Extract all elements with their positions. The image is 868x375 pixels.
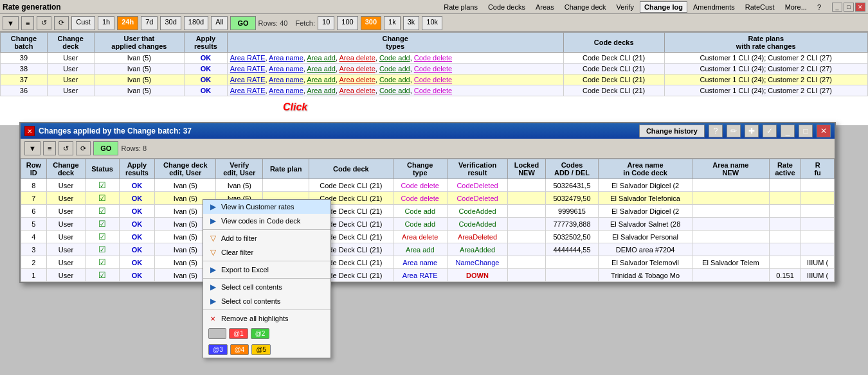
arrow-icon: ▶ xyxy=(208,216,217,225)
time-30d[interactable]: 30d xyxy=(160,16,181,30)
table-row[interactable]: 36 User Ivan (5) OK Area RATE, Area name… xyxy=(1,85,868,96)
cell-verif-result: AreaDeleted xyxy=(447,231,508,243)
ctx-remove-highlights[interactable]: ✕ Remove all highlights xyxy=(203,311,330,326)
cell-area-new xyxy=(692,231,769,243)
fetch-10k[interactable]: 10k xyxy=(422,16,442,30)
nav-more[interactable]: More... xyxy=(781,1,811,13)
cell-rate-plans: Customer 1 CLI (24); Customer 2 CLI (27) xyxy=(664,53,867,64)
time-all[interactable]: All xyxy=(211,16,228,30)
inner-table-row[interactable]: 5 User ☑ OK Ivan (5) Ivan (5) Code Deck … xyxy=(21,218,835,231)
ctx-clear-filter-label: Clear filter xyxy=(221,249,253,256)
cell-area-new xyxy=(692,179,769,192)
inner-table-row[interactable]: 4 User ☑ OK Ivan (5) Ivan (5) Code Deck … xyxy=(21,231,835,243)
cell-user: Ivan (5) xyxy=(94,64,185,74)
ctx-select-cell[interactable]: ▶ Select cell contents xyxy=(203,280,330,294)
ctx-divider-2 xyxy=(203,261,330,261)
table-row-37[interactable]: 37 User Ivan (5) OK Area RATE, Area name… xyxy=(1,74,868,85)
nav-help[interactable]: ? xyxy=(813,1,826,13)
cell-user: Ivan (5) xyxy=(155,179,216,192)
time-7d[interactable]: 7d xyxy=(141,16,158,30)
inner-refresh-button[interactable]: ↺ xyxy=(59,141,73,155)
nav-areas[interactable]: Areas xyxy=(531,1,559,13)
overlay-add-button[interactable]: ✚ xyxy=(745,125,759,137)
close-button[interactable]: ✕ xyxy=(855,3,865,12)
cell-code-decks: Code Deck CLI (21) xyxy=(563,74,664,85)
color-btn-1[interactable]: @1 xyxy=(229,328,248,339)
fetch-300[interactable]: 300 xyxy=(361,16,381,30)
change-history-button[interactable]: Change history xyxy=(639,125,705,137)
nav-amendments[interactable]: Amendments xyxy=(689,1,739,13)
cell-status: ☑ xyxy=(86,218,119,231)
arrow-icon: ▶ xyxy=(208,265,217,274)
app-title: Rate generation xyxy=(3,3,61,12)
time-24h[interactable]: 24h xyxy=(117,16,138,30)
inner-select-button[interactable]: ≡ xyxy=(43,141,56,155)
inner-table-row[interactable]: 3 User ☑ OK Ivan (5) Ivan (5) Code Deck … xyxy=(21,243,835,256)
inner-table-row[interactable]: 1 User ☑ OK Ivan (5) Ivan (5) Code Deck … xyxy=(21,269,835,282)
cell-r-fu xyxy=(801,205,835,218)
ctx-add-filter-label: Add to filter xyxy=(221,234,257,242)
cell-area-new xyxy=(692,218,769,231)
nav-verify[interactable]: Verify xyxy=(612,1,639,13)
minimize-button[interactable]: _ xyxy=(832,3,842,12)
inner-table-row[interactable]: 8 User ☑ OK Ivan (5) Ivan (5) Code Deck … xyxy=(21,179,835,192)
overlay-maximize-button[interactable]: □ xyxy=(799,125,813,137)
nav-rate-plans[interactable]: Rate plans xyxy=(439,1,482,13)
overlay-edit-button[interactable]: ✏ xyxy=(727,125,741,137)
inner-table-row[interactable]: 2 User ☑ OK Ivan (5) Ivan (5) Code Deck … xyxy=(21,256,835,269)
ctx-add-filter[interactable]: ▽ Add to filter xyxy=(203,231,330,245)
fetch-3k[interactable]: 3k xyxy=(403,16,420,30)
time-180d[interactable]: 180d xyxy=(184,16,208,30)
overlay-help-button[interactable]: ? xyxy=(709,125,723,137)
overlay-check-button[interactable]: ✓ xyxy=(763,125,777,137)
fetch-100[interactable]: 100 xyxy=(337,16,357,30)
color-btn-2[interactable]: @2 xyxy=(251,328,270,339)
cell-rate-active xyxy=(769,205,800,218)
fetch-1k[interactable]: 1k xyxy=(384,16,401,30)
ctx-clear-filter[interactable]: ▽ Clear filter xyxy=(203,245,330,259)
main-toolbar: ▼ ≡ ↺ ⟳ Cust 1h 24h 7d 30d 180d All GO R… xyxy=(0,14,868,32)
ctx-remove-highlights-label: Remove all highlights xyxy=(221,315,289,322)
cell-area-name: El Salvador Personal xyxy=(599,231,692,243)
select-all-button[interactable]: ≡ xyxy=(21,16,34,30)
nav-code-decks[interactable]: Code decks xyxy=(484,1,530,13)
cell-rate-plan xyxy=(263,179,309,192)
cust-filter[interactable]: Cust xyxy=(71,16,95,30)
table-row[interactable]: 39 User Ivan (5) OK Area RATE, Area name… xyxy=(1,53,868,64)
overlay-close-button[interactable]: ✕ xyxy=(24,126,35,136)
overlay-close-x-button[interactable]: ✕ xyxy=(817,125,831,137)
overlay-title: Changes applied by the Change batch: 37 xyxy=(39,126,635,135)
ctx-view-codes[interactable]: ▶ View codes in Code deck xyxy=(203,214,330,228)
inner-col-apply: Applyresults xyxy=(119,159,154,179)
time-1h[interactable]: 1h xyxy=(98,16,114,30)
overlay-minimize-button[interactable]: _ xyxy=(781,125,795,137)
rows-count: Rows: 40 xyxy=(258,19,288,27)
nav-change-deck[interactable]: Change deck xyxy=(560,1,611,13)
cell-batch: 36 xyxy=(1,85,48,96)
maximize-button[interactable]: □ xyxy=(844,3,854,12)
inner-auto-refresh-button[interactable]: ⟳ xyxy=(76,141,91,155)
inner-table-row-7[interactable]: 7 User ☑ OK Ivan (5) Ivan (5) Code Deck … xyxy=(21,192,835,205)
cell-deck: User xyxy=(46,243,86,256)
fetch-10[interactable]: 10 xyxy=(318,16,334,30)
inner-go-button[interactable]: GO xyxy=(93,141,118,155)
color-btn-3[interactable]: @3 xyxy=(208,344,228,355)
ctx-view-customer-rates[interactable]: ▶ View in Customer rates xyxy=(203,200,330,214)
go-button[interactable]: GO xyxy=(230,16,255,30)
refresh-button[interactable]: ↺ xyxy=(37,16,51,30)
color-btn-5[interactable]: @5 xyxy=(251,344,271,355)
cell-area-new xyxy=(692,269,769,282)
ctx-select-col[interactable]: ▶ Select col contents xyxy=(203,294,330,308)
color-btn-gray[interactable] xyxy=(208,328,226,339)
table-row[interactable]: 38 User Ivan (5) OK Area RATE, Area name… xyxy=(1,64,868,74)
nav-ratecust[interactable]: RateCust xyxy=(741,1,779,13)
inner-table-row[interactable]: 6 User ☑ OK Ivan (5) Ivan (5) Code Deck … xyxy=(21,205,835,218)
inner-col-status: Status xyxy=(86,159,119,179)
inner-col-change-type: Changetype xyxy=(393,159,447,179)
inner-filter-button[interactable]: ▼ xyxy=(24,141,41,155)
filter-button[interactable]: ▼ xyxy=(3,16,19,30)
nav-change-log[interactable]: Change log xyxy=(640,1,687,13)
auto-refresh-button[interactable]: ⟳ xyxy=(54,16,69,30)
color-btn-4[interactable]: @4 xyxy=(230,344,249,355)
ctx-export-excel[interactable]: ▶ Export to Excel xyxy=(203,263,330,277)
